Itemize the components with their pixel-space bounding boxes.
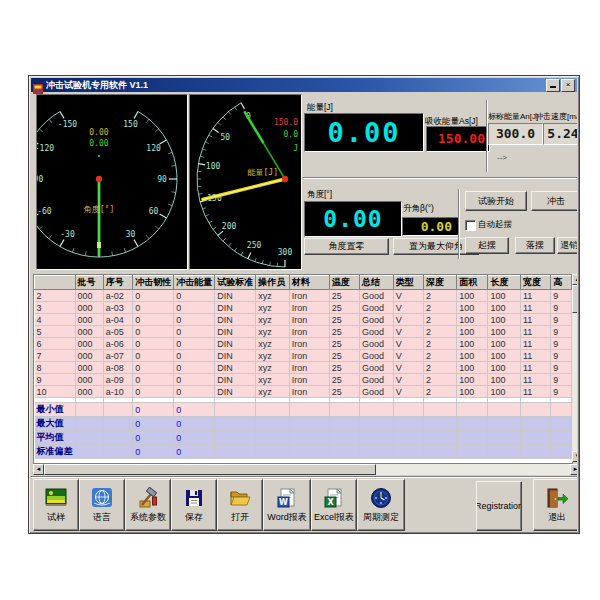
cell[interactable]: 9 <box>551 386 572 398</box>
test-start-button[interactable]: 试验开始 <box>465 191 527 211</box>
cell[interactable]: 9 <box>551 290 572 302</box>
cell[interactable]: DIN <box>215 362 256 374</box>
cell[interactable]: 25 <box>329 386 359 398</box>
cell[interactable]: 0 <box>174 386 215 398</box>
cell[interactable]: DIN <box>215 350 256 362</box>
cell[interactable]: 2 <box>424 350 457 362</box>
scroll-left-button[interactable]: ◄ <box>33 464 44 475</box>
exit-button[interactable]: 退出 <box>533 479 577 531</box>
cell[interactable]: 2 <box>424 290 457 302</box>
cell[interactable]: 000 <box>75 362 103 374</box>
vertical-scroll-thumb[interactable] <box>572 285 577 313</box>
scroll-up-button[interactable]: ▲ <box>572 274 577 285</box>
table-row[interactable]: 6000a-0600DINxyzIron25GoodV2100100119 <box>35 338 572 350</box>
cell[interactable]: 11 <box>520 302 550 314</box>
cell[interactable]: 9 <box>551 302 572 314</box>
cell[interactable]: 0 <box>174 374 215 386</box>
column-header[interactable]: 类型 <box>393 276 423 290</box>
cell[interactable]: 5 <box>35 326 76 338</box>
cell[interactable]: 0 <box>133 362 174 374</box>
cell[interactable]: Good <box>360 362 394 374</box>
cell[interactable]: V <box>393 362 423 374</box>
cell[interactable]: V <box>393 290 423 302</box>
cell[interactable]: 11 <box>520 386 550 398</box>
cell[interactable]: 3 <box>35 302 76 314</box>
cell[interactable]: 9 <box>551 338 572 350</box>
cell[interactable]: 000 <box>75 302 103 314</box>
table-row[interactable]: 9000a-0900DINxyzIron25GoodV2100100119 <box>35 374 572 386</box>
cell[interactable]: 0 <box>133 374 174 386</box>
cell[interactable]: Iron <box>289 314 329 326</box>
cell[interactable]: a-07 <box>103 350 133 362</box>
minimize-button[interactable] <box>546 79 560 92</box>
column-header[interactable]: 长度 <box>488 276 521 290</box>
column-header[interactable]: 冲击能量 <box>174 276 215 290</box>
cell[interactable]: V <box>393 350 423 362</box>
cell[interactable]: 25 <box>329 350 359 362</box>
cell[interactable]: 11 <box>520 314 550 326</box>
cell[interactable]: xyz <box>256 314 289 326</box>
cell[interactable]: 11 <box>520 290 550 302</box>
cell[interactable]: 9 <box>551 374 572 386</box>
cell[interactable]: xyz <box>256 302 289 314</box>
scroll-down-button[interactable]: ▼ <box>572 451 577 462</box>
toolbar-button-clock[interactable]: 周期测定 <box>357 479 405 531</box>
cell[interactable]: 0 <box>133 302 174 314</box>
angle-zero-button[interactable]: 角度置零 <box>304 238 389 255</box>
cell[interactable]: Good <box>360 386 394 398</box>
vertical-scrollbar[interactable]: ▲ ▼ <box>572 274 577 462</box>
cell[interactable]: 0 <box>174 350 215 362</box>
cell[interactable]: DIN <box>215 326 256 338</box>
cell[interactable]: 100 <box>488 362 521 374</box>
cell[interactable]: 100 <box>488 302 521 314</box>
cell[interactable]: 000 <box>75 326 103 338</box>
toolbar-button-open[interactable]: 打开 <box>217 479 263 531</box>
column-header[interactable]: 高 <box>551 276 572 290</box>
cell[interactable]: 000 <box>75 290 103 302</box>
toolbar-button-save[interactable]: 保存 <box>171 479 217 531</box>
table-row[interactable]: 2000a-0200DINxyzIron25GoodV2100100119 <box>35 290 572 302</box>
toolbar-button-specimen[interactable]: 试样 <box>33 479 79 531</box>
retract-pin-button[interactable]: 退销 <box>557 237 577 254</box>
cell[interactable]: 8 <box>35 362 76 374</box>
table-row[interactable]: 4000a-0400DINxyzIron25GoodV2100100119 <box>35 314 572 326</box>
cell[interactable]: 0 <box>133 314 174 326</box>
column-header[interactable]: 总结 <box>360 276 394 290</box>
cell[interactable]: Good <box>360 314 394 326</box>
cell[interactable]: xyz <box>256 374 289 386</box>
cell[interactable]: 0 <box>174 338 215 350</box>
cell[interactable]: 2 <box>424 338 457 350</box>
column-header[interactable]: 深度 <box>424 276 457 290</box>
cell[interactable]: Iron <box>289 326 329 338</box>
cell[interactable]: 2 <box>424 326 457 338</box>
cell[interactable]: 11 <box>520 338 550 350</box>
cell[interactable]: a-08 <box>103 362 133 374</box>
cell[interactable]: Good <box>360 374 394 386</box>
cell[interactable]: a-03 <box>103 302 133 314</box>
column-header[interactable]: 试验标准 <box>215 276 256 290</box>
cell[interactable]: V <box>393 326 423 338</box>
horizontal-scroll-thumb[interactable] <box>44 464 376 475</box>
cell[interactable]: xyz <box>256 386 289 398</box>
cell[interactable]: 0 <box>174 362 215 374</box>
cell[interactable]: 100 <box>457 314 488 326</box>
cell[interactable]: 0 <box>133 386 174 398</box>
cell[interactable]: 000 <box>75 350 103 362</box>
cell[interactable]: 100 <box>488 386 521 398</box>
cell[interactable]: V <box>393 302 423 314</box>
column-header[interactable]: 批号 <box>75 276 103 290</box>
auto-raise-checkbox[interactable] <box>465 220 476 231</box>
cell[interactable]: 2 <box>424 362 457 374</box>
cell[interactable]: Good <box>360 338 394 350</box>
cell[interactable]: V <box>393 374 423 386</box>
column-header[interactable]: 序号 <box>103 276 133 290</box>
cell[interactable]: 000 <box>75 386 103 398</box>
cell[interactable]: 2 <box>424 302 457 314</box>
toolbar-button-excel-report[interactable]: XExcel报表 <box>311 479 357 531</box>
column-header[interactable] <box>35 276 76 290</box>
cell[interactable]: DIN <box>215 338 256 350</box>
cell[interactable]: DIN <box>215 374 256 386</box>
cell[interactable]: Iron <box>289 302 329 314</box>
cell[interactable]: a-05 <box>103 326 133 338</box>
cell[interactable]: 25 <box>329 374 359 386</box>
